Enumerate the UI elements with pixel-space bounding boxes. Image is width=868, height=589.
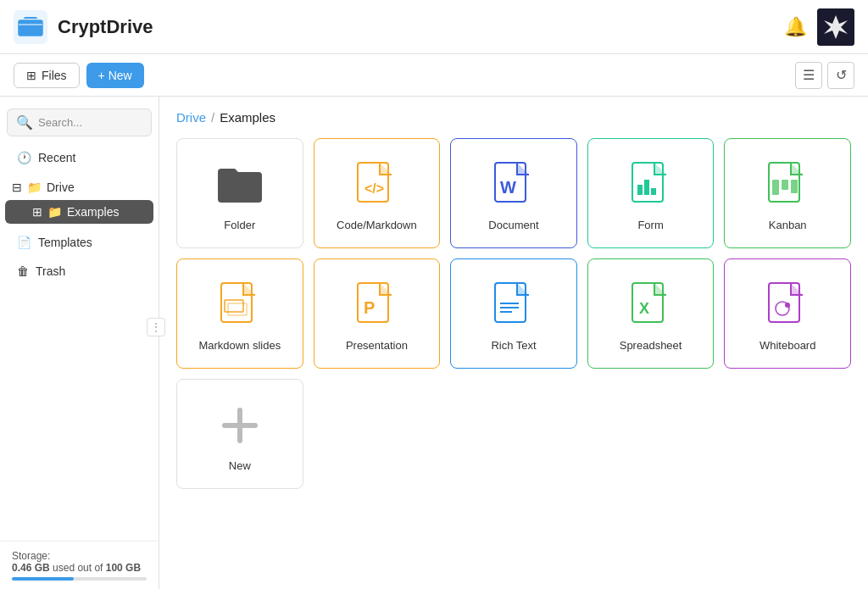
spreadsheet-icon: X bbox=[626, 280, 676, 331]
storage-fill bbox=[12, 577, 74, 581]
card-folder[interactable]: Folder bbox=[176, 138, 303, 248]
svg-rect-10 bbox=[644, 180, 649, 195]
folder-icon bbox=[214, 159, 265, 210]
svg-text:P: P bbox=[364, 298, 375, 317]
card-label-kanban: Kanban bbox=[769, 219, 807, 231]
card-label-new: New bbox=[229, 459, 251, 472]
sidebar: 🔍 Search... 🕐 Recent ⊟ 📁 Drive ⊞ 📁 Examp… bbox=[0, 97, 159, 589]
card-form[interactable]: Form bbox=[587, 138, 715, 248]
bell-icon[interactable]: 🔔 bbox=[784, 16, 807, 38]
svg-text:</>: </> bbox=[364, 181, 384, 196]
sidebar-item-trash[interactable]: 🗑 Trash bbox=[5, 258, 153, 285]
app-title: CryptDrive bbox=[58, 16, 153, 38]
card-markdown-slides[interactable]: Markdown slides bbox=[176, 258, 303, 369]
svg-rect-11 bbox=[651, 188, 656, 195]
svg-rect-2 bbox=[19, 24, 42, 25]
card-label-folder: Folder bbox=[224, 219, 255, 231]
code-markdown-icon: </> bbox=[351, 159, 402, 210]
card-label-rich-text: Rich Text bbox=[491, 339, 536, 352]
svg-rect-14 bbox=[782, 180, 788, 190]
new-label: + New bbox=[98, 69, 132, 82]
card-whiteboard[interactable]: Whiteboard bbox=[724, 258, 851, 369]
card-label-whiteboard: Whiteboard bbox=[760, 339, 815, 352]
recent-label: Recent bbox=[38, 151, 75, 164]
storage-separator: used out of bbox=[53, 562, 106, 574]
storage-text: 0.46 GB used out of 100 GB bbox=[12, 562, 147, 574]
templates-icon: 📄 bbox=[17, 236, 31, 249]
examples-label: Examples bbox=[67, 205, 119, 219]
storage-total: 100 GB bbox=[106, 562, 141, 574]
main: 🔍 Search... 🕐 Recent ⊟ 📁 Drive ⊞ 📁 Examp… bbox=[0, 97, 868, 589]
svg-text:W: W bbox=[500, 178, 516, 197]
files-icon: ⊞ bbox=[26, 69, 36, 82]
drive-folder-icon: 📁 bbox=[27, 181, 42, 194]
new-button[interactable]: + New bbox=[86, 63, 144, 88]
storage-bar bbox=[12, 577, 147, 581]
card-label-markdown-slides: Markdown slides bbox=[198, 339, 281, 352]
drive-label: Drive bbox=[47, 181, 75, 194]
history-button[interactable]: ↺ bbox=[827, 62, 854, 89]
markdown-slides-icon bbox=[214, 280, 265, 331]
card-presentation[interactable]: P Presentation bbox=[314, 258, 441, 369]
sidebar-footer: Storage: 0.46 GB used out of 100 GB bbox=[0, 541, 159, 589]
card-label-spreadsheet: Spreadsheet bbox=[620, 339, 682, 352]
rich-text-icon bbox=[488, 280, 539, 331]
recent-icon: 🕐 bbox=[17, 151, 31, 164]
expand-icon: ⊞ bbox=[32, 205, 42, 219]
storage-used: 0.46 GB bbox=[12, 562, 50, 574]
card-rich-text[interactable]: Rich Text bbox=[450, 258, 577, 369]
file-grid: Folder </> Code/Markdown bbox=[176, 138, 851, 489]
header-right: 🔔 bbox=[784, 8, 854, 46]
search-icon: 🔍 bbox=[16, 114, 33, 131]
card-code-markdown[interactable]: </> Code/Markdown bbox=[314, 138, 441, 248]
svg-rect-15 bbox=[791, 180, 798, 193]
header-left: CryptDrive bbox=[14, 10, 153, 44]
search-placeholder: Search... bbox=[38, 116, 82, 129]
content-area: Drive / Examples Folder bbox=[159, 97, 868, 589]
toolbar-left: ⊞ Files + New bbox=[14, 63, 144, 88]
templates-label: Templates bbox=[38, 236, 92, 249]
examples-folder-icon: 📁 bbox=[47, 205, 62, 219]
presentation-icon: P bbox=[351, 280, 402, 331]
card-label-code-markdown: Code/Markdown bbox=[337, 219, 417, 231]
trash-label: Trash bbox=[36, 264, 65, 278]
sidebar-tree-drive: ⊟ 📁 Drive ⊞ 📁 Examples bbox=[0, 172, 159, 228]
history-icon: ↺ bbox=[836, 67, 847, 83]
toolbar: ⊞ Files + New ☰ ↺ bbox=[0, 54, 868, 97]
whiteboard-icon bbox=[762, 280, 813, 331]
storage-label: Storage: bbox=[12, 550, 147, 562]
card-kanban[interactable]: Kanban bbox=[724, 138, 851, 248]
document-icon: W bbox=[488, 159, 539, 210]
sidebar-item-drive[interactable]: ⊟ 📁 Drive bbox=[0, 175, 159, 199]
breadcrumb-separator: / bbox=[211, 110, 214, 125]
search-input[interactable]: 🔍 Search... bbox=[7, 108, 152, 136]
avatar[interactable] bbox=[817, 8, 854, 46]
svg-text:X: X bbox=[639, 300, 649, 317]
list-icon: ☰ bbox=[803, 67, 815, 83]
breadcrumb: Drive / Examples bbox=[176, 110, 851, 125]
form-icon bbox=[626, 159, 676, 210]
breadcrumb-drive[interactable]: Drive bbox=[176, 110, 206, 125]
card-document[interactable]: W Document bbox=[450, 138, 577, 248]
svg-rect-13 bbox=[772, 180, 779, 195]
files-button[interactable]: ⊞ Files bbox=[14, 63, 80, 88]
card-label-presentation: Presentation bbox=[346, 339, 408, 352]
sidebar-item-examples[interactable]: ⊞ 📁 Examples bbox=[5, 200, 153, 224]
card-label-form: Form bbox=[637, 219, 663, 231]
list-view-button[interactable]: ☰ bbox=[795, 62, 822, 89]
card-spreadsheet[interactable]: X Spreadsheet bbox=[587, 258, 715, 369]
toolbar-right: ☰ ↺ bbox=[795, 62, 854, 89]
breadcrumb-current: Examples bbox=[220, 110, 275, 125]
svg-rect-9 bbox=[637, 185, 643, 195]
logo-icon bbox=[14, 10, 47, 44]
card-new[interactable]: New bbox=[176, 379, 303, 489]
sidebar-item-templates[interactable]: 📄 Templates bbox=[5, 229, 153, 256]
svg-point-29 bbox=[785, 303, 790, 308]
sidebar-resize-handle[interactable]: ⋮ bbox=[147, 318, 165, 336]
trash-icon: 🗑 bbox=[17, 264, 29, 278]
new-plus-icon bbox=[214, 400, 265, 451]
sidebar-item-recent[interactable]: 🕐 Recent bbox=[5, 144, 153, 171]
files-label: Files bbox=[42, 69, 67, 82]
collapse-icon: ⊟ bbox=[12, 181, 22, 194]
header: CryptDrive 🔔 bbox=[0, 0, 868, 54]
